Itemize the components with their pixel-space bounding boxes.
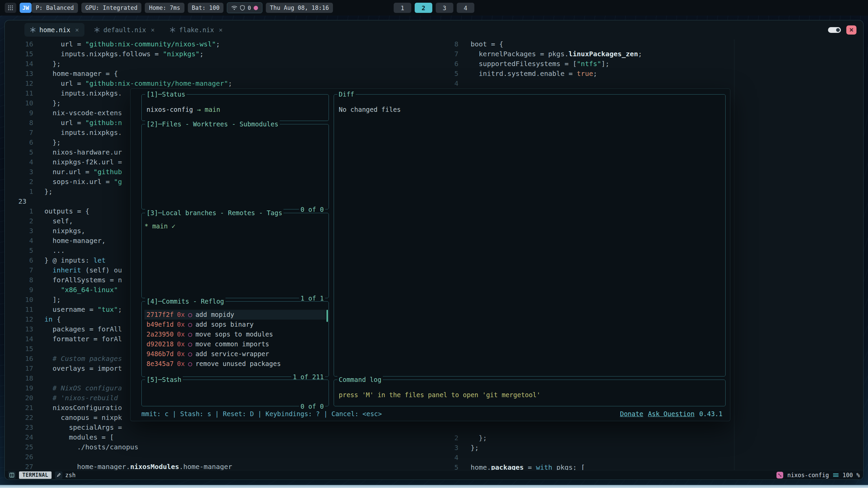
lazygit-panel-diff[interactable]: Diff No changed files — [334, 94, 726, 377]
tab-default-nix[interactable]: default.nix × — [88, 23, 160, 37]
lazygit-keybar: mmit: c | Stash: s | Reset: D | Keybindi… — [141, 409, 723, 419]
window-toggle-pill[interactable] — [828, 27, 841, 33]
lazygit-window: [1]─Status nixos-config → main [2]─Files… — [130, 88, 730, 421]
panel-title: [1]─Status — [145, 90, 186, 98]
power-profile-chip: P: Balanced — [32, 3, 78, 13]
layout-badge[interactable]: JW — [20, 3, 32, 13]
window-close-button[interactable]: × — [846, 25, 856, 35]
code-line: 3}; — [435, 443, 585, 453]
list-lines-icon — [833, 473, 839, 477]
shield-count: 0 — [248, 5, 251, 11]
workspace-4[interactable]: 4 — [457, 3, 474, 13]
tab-label: home.nix — [39, 26, 71, 34]
command-log-content: press 'M' in the files panel to open 'gi… — [334, 380, 725, 400]
workspace-3[interactable]: 3 — [436, 3, 453, 13]
code-line: 4 — [435, 453, 585, 463]
shell-tab-label: zsh — [65, 472, 76, 479]
commit-row[interactable]: 2a239500x○move sops to modules — [144, 329, 326, 339]
apps-grid-icon — [8, 5, 13, 11]
nix-snowflake-icon — [170, 27, 176, 33]
lazygit-panel-commits[interactable]: [4]─Commits - Reflog 1 of 211 2717f2f0x○… — [141, 301, 329, 377]
system-tray[interactable]: 0 — [227, 2, 262, 13]
app-launcher-button[interactable] — [5, 3, 16, 13]
shield-icon — [240, 5, 245, 11]
commits-scrollbar[interactable] — [327, 310, 328, 322]
color-dot-icon — [254, 6, 258, 10]
code-line: 14 }; — [5, 59, 232, 69]
scroll-percent: 100 % — [843, 472, 860, 479]
branch-name: → main — [193, 106, 220, 113]
mode-indicator: TERMINAL — [19, 471, 52, 479]
code-line: 16 url = "github:nix-community/nixos-wsl… — [5, 39, 232, 49]
commit-row[interactable]: b49ef1d0x○add sops binary — [144, 320, 326, 329]
tab-close-icon[interactable]: × — [151, 26, 155, 34]
zellij-status-bar: TERMINAL zsh nixos-config — [5, 470, 863, 480]
terminal-window: home.nix × default.nix × — [4, 20, 864, 480]
code-line: 24 modules = [ — [5, 432, 232, 442]
lazygit-panel-files[interactable]: [2]─Files - Worktrees - Submodules 0 of … — [141, 124, 329, 209]
panel-count: 0 of 0 — [299, 205, 325, 214]
wifi-icon — [231, 5, 237, 10]
ping-chip: Home: 7ms — [145, 3, 184, 13]
diff-content: No changed files — [334, 95, 725, 115]
code-line: 13 home-manager = { — [5, 69, 232, 79]
commit-row[interactable]: 2717f2f0x○add mopidy — [144, 310, 326, 320]
tab-close-icon[interactable]: × — [219, 26, 222, 34]
code-line: 25 ./hosts/canopus — [5, 442, 232, 452]
version-label: 0.43.1 — [699, 410, 723, 418]
code-line: 5home.packages = with pkgs; [ — [435, 463, 585, 470]
commit-row[interactable]: d9202180x○move common imports — [144, 339, 326, 349]
code-line: 8boot = { — [435, 39, 642, 49]
tab-label: default.nix — [103, 26, 146, 34]
commit-row[interactable]: 9486b7d0x○add service-wrapper — [144, 349, 326, 359]
lazygit-panel-branches[interactable]: [3]─Local branches - Remotes - Tags 1 of… — [141, 213, 329, 298]
wallpaper-bottom-strip — [0, 485, 868, 488]
tab-zsh[interactable]: zsh — [55, 471, 76, 479]
mode-icon — [8, 471, 16, 479]
code-line: 12 url = "github:nix-community/home-mana… — [5, 79, 232, 88]
pencil-icon — [55, 471, 62, 479]
workspace-2[interactable]: 2 — [415, 3, 432, 13]
session-icon — [776, 472, 783, 479]
code-line: 7 kernelPackages = pkgs.linuxPackages_ze… — [435, 49, 642, 59]
right-pane-top[interactable]: 8boot = {7 kernelPackages = pkgs.linuxPa… — [435, 39, 642, 88]
right-pane-bottom[interactable]: 2 };3};45home.packages = with pkgs; [ — [435, 433, 585, 470]
keybindings-hint: mmit: c | Stash: s | Reset: D | Keybindi… — [141, 410, 382, 418]
nix-snowflake-icon — [30, 27, 36, 33]
panel-title: [5]─Stash — [145, 375, 183, 384]
code-line: 2 }; — [435, 433, 585, 443]
commit-row[interactable]: 8e345a70x○remove unused packages — [144, 359, 326, 369]
tab-close-icon[interactable]: × — [75, 26, 79, 34]
donate-link[interactable]: Donate — [620, 410, 643, 418]
panel-title: [4]─Commits - Reflog — [145, 297, 225, 305]
editor-tab-bar: home.nix × default.nix × — [5, 20, 863, 39]
tab-home-nix[interactable]: home.nix × — [24, 23, 84, 37]
color-column-ruler — [734, 39, 734, 470]
workspace-switcher: 1 2 3 4 — [394, 3, 474, 13]
code-line: 4 — [435, 79, 642, 88]
nix-snowflake-icon — [94, 27, 100, 33]
lazygit-panel-status[interactable]: [1]─Status nixos-config → main — [141, 94, 329, 121]
code-line: 5 initrd.systemd.enable = true; — [435, 69, 642, 79]
commit-list: 2717f2f0x○add mopidyb49ef1d0x○add sops b… — [142, 302, 329, 369]
session-name: nixos-config — [787, 472, 829, 479]
tab-label: flake.nix — [179, 26, 214, 34]
tab-flake-nix[interactable]: flake.nix × — [164, 23, 228, 37]
code-line: 23 specialArgs = — [5, 423, 232, 432]
repo-name: nixos-config — [146, 106, 193, 113]
lazygit-panel-command-log[interactable]: Command log press 'M' in the files panel… — [334, 380, 726, 406]
code-line: 27 home-manager.nixosModules.home-manage… — [5, 462, 232, 470]
panel-title: [2]─Files - Worktrees - Submodules — [145, 120, 280, 128]
panel-title: Command log — [337, 375, 383, 384]
top-status-bar: JW 1 2 3 4 P: Balanced GPU: Integrated H… — [0, 0, 868, 16]
lazygit-panel-stash[interactable]: [5]─Stash 0 of 0 — [141, 380, 329, 406]
battery-chip: Bat: 100 — [188, 3, 224, 13]
code-line: 15 inputs.nixpkgs.follows = "nixpkgs"; — [5, 49, 232, 59]
workspace-1[interactable]: 1 — [394, 3, 411, 13]
gpu-chip: GPU: Integrated — [81, 3, 142, 13]
clock: Thu Aug 08, 18:16 — [266, 3, 333, 13]
panel-title: [3]─Local branches - Remotes - Tags — [145, 209, 283, 217]
panel-title: Diff — [337, 90, 356, 98]
ask-question-link[interactable]: Ask Question — [648, 410, 694, 418]
branch-row[interactable]: * main ✓ — [144, 221, 326, 231]
